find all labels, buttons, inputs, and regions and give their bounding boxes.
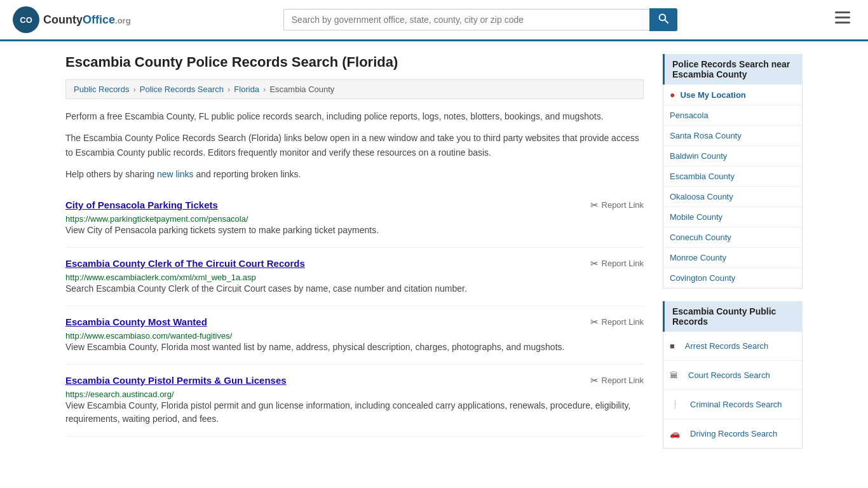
logo-icon: CO [13, 6, 39, 33]
breadcrumb-sep-1: › [133, 85, 135, 94]
sidebar-nearby-link-6[interactable]: Mobile County [663, 207, 802, 227]
breadcrumb-sep-3: › [263, 85, 266, 94]
result-url-1[interactable]: http://www.escambiaclerk.com/xml/xml_web… [65, 273, 256, 282]
sidebar-records-title: Escambia County Public Records [663, 301, 803, 332]
result-desc-1: Search Escambia County Clerk of the Circ… [65, 282, 644, 295]
svg-rect-6 [835, 22, 850, 24]
result-title-0[interactable]: City of Pensacola Parking Tickets [65, 200, 218, 210]
report-link-3[interactable]: ✂ Report Link [590, 375, 644, 386]
result-url-2[interactable]: http://www.escambiaso.com/wanted-fugitiv… [65, 331, 232, 341]
report-icon-1: ✂ [590, 258, 599, 269]
sidebar-nearby-section: Police Records Search near Escambia Coun… [663, 54, 803, 288]
sidebar-records-link-3[interactable]: Driving Records Search [684, 424, 783, 444]
svg-rect-4 [835, 11, 850, 13]
svg-rect-5 [835, 17, 850, 18]
breadcrumb-florida[interactable]: Florida [234, 85, 259, 94]
sidebar-nearby-list: ●Use My LocationPensacolaSanta Rosa Coun… [663, 85, 803, 288]
page-title: Escambia County Police Records Search (F… [65, 54, 644, 71]
result-title-3[interactable]: Escambia County Pistol Permits & Gun Lic… [65, 375, 287, 386]
result-title-1[interactable]: Escambia County Clerk of The Circuit Cou… [65, 258, 305, 269]
sidebar-nearby-link-9[interactable]: Covington County [663, 268, 802, 288]
report-link-1[interactable]: ✂ Report Link [590, 258, 644, 269]
sidebar-records-item: ■ Arrest Records Search [663, 332, 802, 361]
sidebar-records-item: 🚗 Driving Records Search [663, 419, 802, 448]
sidebar-records-list: ■ Arrest Records Search 🏛 Court Records … [663, 332, 803, 449]
sidebar-records-section: Escambia County Public Records ■ Arrest … [663, 301, 803, 449]
result-item: Escambia County Clerk of The Circuit Cou… [65, 248, 644, 306]
search-button[interactable] [649, 8, 677, 31]
sidebar-nearby-link-2[interactable]: Santa Rosa County [663, 126, 802, 146]
sidebar-nearby-item: Covington County [663, 268, 802, 288]
result-desc-0: View City of Pensacola parking tickets s… [65, 224, 644, 237]
description-3-pre: Help others by sharing [65, 169, 157, 179]
result-url-0[interactable]: https://www.parkingticketpayment.com/pen… [65, 214, 248, 224]
logo-area: CO CountyOffice.org [13, 6, 131, 33]
sidebar-nearby-link-0[interactable]: ●Use My Location [663, 85, 802, 105]
sidebar-nearby-link-1[interactable]: Pensacola [663, 105, 802, 125]
site-header: CO CountyOffice.org [0, 0, 868, 41]
sidebar-records-link-2[interactable]: Criminal Records Search [684, 395, 789, 414]
court-icon: 🏛 [670, 370, 678, 380]
search-input[interactable] [283, 9, 649, 30]
sidebar-nearby-link-5[interactable]: Okaloosa County [663, 187, 802, 207]
result-desc-3: View Escambia County, Florida pistol per… [65, 399, 644, 426]
sidebar-nearby-item: Mobile County [663, 207, 802, 227]
breadcrumb-sep-2: › [227, 85, 230, 94]
logo-text: CountyOffice.org [43, 13, 131, 27]
sidebar-nearby-item: Pensacola [663, 105, 802, 126]
location-icon: ● [670, 90, 675, 100]
report-link-label-0: Report Link [602, 200, 644, 210]
report-link-label-3: Report Link [602, 376, 644, 385]
sidebar-nearby-item: Escambia County [663, 166, 802, 187]
description-1: Perform a free Escambia County, FL publi… [65, 109, 644, 123]
result-header: Escambia County Most Wanted ✂ Report Lin… [65, 316, 644, 328]
sidebar-nearby-item: Santa Rosa County [663, 126, 802, 146]
sidebar-nearby-link-3[interactable]: Baldwin County [663, 146, 802, 166]
report-link-label-2: Report Link [602, 317, 644, 327]
breadcrumb-public-records[interactable]: Public Records [74, 85, 129, 94]
driving-icon: 🚗 [670, 429, 680, 438]
result-title-2[interactable]: Escambia County Most Wanted [65, 316, 207, 327]
sidebar-nearby-link-4[interactable]: Escambia County [663, 166, 802, 186]
description-3-post: and reporting broken links. [194, 169, 301, 179]
result-item: City of Pensacola Parking Tickets ✂ Repo… [65, 189, 644, 248]
sidebar-records-link-1[interactable]: Court Records Search [682, 365, 776, 385]
result-item: Escambia County Most Wanted ✂ Report Lin… [65, 306, 644, 365]
sidebar-records-link-0[interactable]: Arrest Records Search [679, 336, 775, 356]
hamburger-menu-button[interactable] [830, 9, 855, 30]
report-icon-3: ✂ [590, 375, 599, 386]
result-header: Escambia County Pistol Permits & Gun Lic… [65, 375, 644, 386]
sidebar-records-item: ❕ Criminal Records Search [663, 390, 802, 419]
result-header: City of Pensacola Parking Tickets ✂ Repo… [65, 200, 644, 211]
svg-text:CO: CO [20, 15, 32, 25]
svg-line-3 [665, 20, 668, 23]
search-area [283, 8, 677, 31]
sidebar: Police Records Search near Escambia Coun… [663, 54, 803, 461]
breadcrumb: Public Records › Police Records Search ›… [65, 79, 644, 99]
criminal-icon: ❕ [670, 400, 680, 409]
result-header: Escambia County Clerk of The Circuit Cou… [65, 258, 644, 269]
breadcrumb-police-records-search[interactable]: Police Records Search [140, 85, 224, 94]
breadcrumb-current: Escambia County [269, 85, 334, 94]
sidebar-nearby-item: Conecuh County [663, 227, 802, 248]
sidebar-nearby-item: Monroe County [663, 248, 802, 268]
sidebar-nearby-title: Police Records Search near Escambia Coun… [663, 54, 803, 85]
report-link-2[interactable]: ✂ Report Link [590, 316, 644, 328]
sidebar-nearby-link-7[interactable]: Conecuh County [663, 227, 802, 247]
result-desc-2: View Escambia County, Florida most wante… [65, 341, 644, 354]
description-2: The Escambia County Police Records Searc… [65, 131, 644, 159]
sidebar-nearby-link-8[interactable]: Monroe County [663, 248, 802, 268]
report-icon-0: ✂ [590, 200, 599, 211]
result-url-3[interactable]: https://esearch.austincad.org/ [65, 390, 174, 399]
arrest-icon: ■ [670, 341, 675, 351]
new-links-link[interactable]: new links [157, 169, 194, 179]
sidebar-nearby-item: Okaloosa County [663, 187, 802, 207]
sidebar-nearby-item: ●Use My Location [663, 85, 802, 105]
page-body: Escambia County Police Records Search (F… [53, 41, 815, 474]
main-content: Escambia County Police Records Search (F… [65, 54, 644, 461]
report-icon-2: ✂ [590, 316, 599, 328]
report-link-0[interactable]: ✂ Report Link [590, 200, 644, 211]
description-3: Help others by sharing new links and rep… [65, 167, 644, 181]
sidebar-nearby-item: Baldwin County [663, 146, 802, 166]
results-list: City of Pensacola Parking Tickets ✂ Repo… [65, 189, 644, 437]
